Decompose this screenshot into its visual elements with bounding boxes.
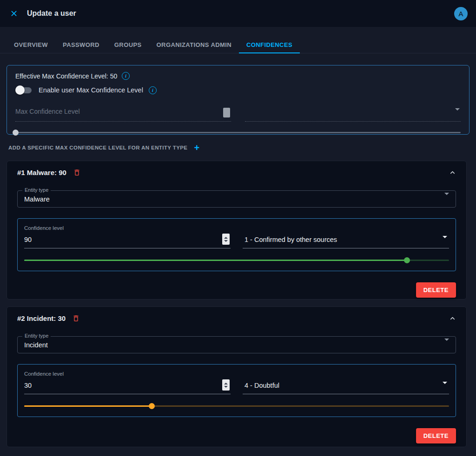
- entity-type-label: Entity type: [22, 187, 51, 193]
- confidence-level-label: Confidence level: [24, 371, 449, 377]
- tab-organizations-admin[interactable]: Organizations admin: [149, 36, 239, 53]
- confidence-level-box: Confidence level 30 4 - Doubtful: [17, 364, 456, 417]
- delete-button[interactable]: DELETE: [416, 282, 456, 298]
- chevron-up-icon[interactable]: [449, 169, 456, 176]
- chevron-down-icon: [455, 111, 460, 119]
- chevron-down-icon: [443, 238, 447, 247]
- tab-password[interactable]: Password: [55, 36, 107, 53]
- confidence-label-select[interactable]: 1 - Confirmed by other sources: [243, 235, 449, 248]
- update-user-drawer: Update a user A Overview Password Groups…: [0, 0, 476, 456]
- confidence-slider[interactable]: [24, 403, 449, 409]
- delete-button[interactable]: DELETE: [416, 428, 456, 443]
- trash-icon[interactable]: [72, 314, 80, 322]
- confidence-level-label: Confidence level: [24, 225, 449, 231]
- effective-max-confidence-label: Effective Max Confidence Level: 50: [15, 72, 117, 80]
- card-title: #2 Incident: 30: [17, 314, 66, 322]
- confidence-value: 90: [24, 236, 32, 243]
- add-entity-confidence-label: Add a specific max confidence level for …: [8, 145, 187, 150]
- tab-confidences[interactable]: Confidences: [239, 36, 300, 53]
- confidence-label-value: 1 - Confirmed by other sources: [245, 236, 337, 243]
- entity-type-value: Incident: [24, 341, 48, 349]
- number-stepper[interactable]: [222, 379, 230, 391]
- max-confidence-panel: Effective Max Confidence Level: 50 i Ena…: [7, 65, 469, 135]
- close-icon[interactable]: [8, 8, 20, 19]
- enable-max-confidence-label: Enable user Max Confidence Level: [39, 86, 143, 94]
- plus-icon[interactable]: +: [194, 143, 199, 152]
- page-title: Update a user: [27, 9, 76, 18]
- tab-groups[interactable]: Groups: [107, 36, 149, 53]
- info-icon[interactable]: i: [122, 72, 130, 80]
- tab-bar: Overview Password Groups Organizations a…: [0, 36, 476, 53]
- confidence-value: 30: [24, 382, 32, 389]
- confidence-value-input[interactable]: 90: [24, 235, 231, 248]
- confidence-card-incident: #2 Incident: 30 Entity type Incident Con…: [7, 306, 467, 447]
- entity-type-select[interactable]: Entity type Incident: [17, 336, 456, 353]
- confidence-label-select[interactable]: 4 - Doubtful: [243, 380, 449, 394]
- chevron-up-icon[interactable]: [449, 315, 456, 322]
- entity-type-select[interactable]: Entity type Malware: [17, 190, 456, 208]
- confidence-level-box: Confidence level 90 1 - Confirmed by oth…: [17, 218, 456, 271]
- confidence-card-malware: #1 Malware: 90 Entity type Malware Confi…: [7, 161, 467, 300]
- number-stepper[interactable]: [222, 234, 230, 245]
- chevron-down-icon: [444, 195, 449, 203]
- app-bar: Update a user A: [0, 0, 476, 27]
- enable-max-confidence-toggle[interactable]: [15, 85, 33, 95]
- tab-overview[interactable]: Overview: [7, 36, 55, 53]
- add-entity-confidence-row: Add a specific max confidence level for …: [8, 143, 199, 152]
- max-confidence-level-label: Max Confidence Level: [15, 108, 80, 115]
- max-confidence-slider[interactable]: [15, 129, 461, 136]
- confidence-slider[interactable]: [24, 257, 449, 263]
- max-confidence-level-input[interactable]: Max Confidence Level: [15, 107, 231, 122]
- number-stepper-disabled: [223, 108, 230, 117]
- entity-type-value: Malware: [24, 195, 50, 203]
- chevron-down-icon: [443, 384, 447, 392]
- info-icon[interactable]: i: [149, 86, 157, 94]
- trash-icon[interactable]: [73, 169, 81, 176]
- confidence-label-value: 4 - Doubtful: [245, 382, 279, 389]
- confidence-value-input[interactable]: 30: [24, 380, 231, 394]
- chevron-down-icon: [444, 341, 449, 349]
- max-confidence-select[interactable]: [245, 107, 461, 122]
- entity-type-label: Entity type: [22, 333, 51, 339]
- avatar[interactable]: A: [454, 7, 468, 20]
- card-title: #1 Malware: 90: [17, 169, 66, 176]
